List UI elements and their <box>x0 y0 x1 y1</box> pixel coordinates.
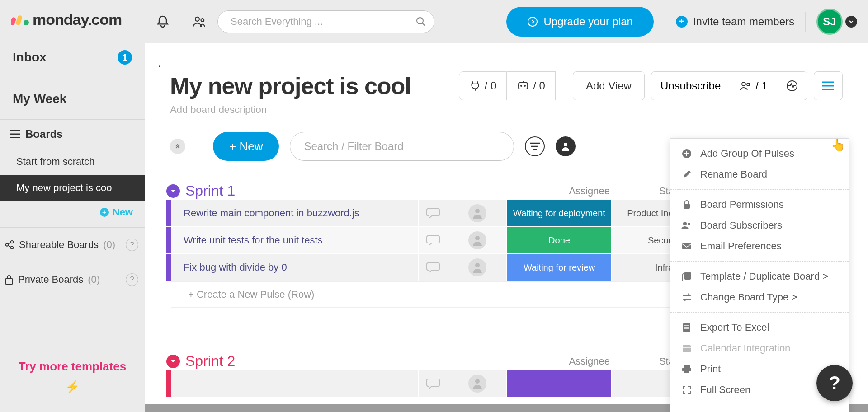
activity-button[interactable] <box>777 72 807 100</box>
col-assignee[interactable]: Assignee <box>560 185 619 197</box>
upgrade-button[interactable]: Upgrade your plan <box>506 7 653 37</box>
svg-rect-26 <box>682 243 691 249</box>
assignee-cell[interactable] <box>448 254 507 281</box>
sheet-icon <box>681 322 692 333</box>
add-view-button[interactable]: Add View <box>573 71 645 100</box>
plus-icon: + <box>676 16 688 28</box>
assignee-cell[interactable] <box>448 370 507 397</box>
status-cell[interactable]: Done <box>507 227 612 253</box>
chat-icon[interactable] <box>419 370 448 397</box>
calendar-icon <box>681 343 692 354</box>
boards-header[interactable]: Boards <box>0 120 145 149</box>
back-arrow-icon[interactable]: ← <box>156 58 169 73</box>
people-icon <box>681 220 692 231</box>
board-description[interactable]: Add board description <box>170 104 843 116</box>
nav-myweek[interactable]: My Week <box>0 78 145 120</box>
group-title[interactable]: Sprint 2 <box>185 353 235 370</box>
pulse-name[interactable]: Rewrite main component in buzzword.js <box>171 200 419 226</box>
people-icon <box>739 81 752 91</box>
svg-point-15 <box>747 83 750 86</box>
board-item-active[interactable]: My new project is cool <box>0 175 145 201</box>
shareable-label: Shareable Boards <box>19 239 99 251</box>
new-pulse-button[interactable]: + New <box>213 132 279 161</box>
private-label: Private Boards <box>18 274 83 286</box>
bell-icon[interactable] <box>156 14 170 29</box>
help-icon[interactable]: ? <box>126 239 138 251</box>
svg-point-3 <box>6 243 9 246</box>
search-input[interactable] <box>217 10 434 33</box>
try-templates-button[interactable]: Try more templates <box>19 360 126 374</box>
svg-point-4 <box>11 241 14 243</box>
group-collapse-toggle[interactable] <box>166 355 180 368</box>
plug-counter[interactable]: / 0 <box>459 71 507 100</box>
invite-button[interactable]: + Invite team members <box>676 15 794 28</box>
svg-point-14 <box>742 82 745 86</box>
status-cell[interactable] <box>507 370 612 397</box>
assignee-cell[interactable] <box>448 200 507 226</box>
status-cell[interactable]: Waiting for review <box>507 254 612 281</box>
svg-point-7 <box>195 17 199 21</box>
person-icon <box>561 142 570 151</box>
svg-point-21 <box>475 379 480 384</box>
menu-item[interactable]: Add Group Of Pulses <box>670 143 849 164</box>
svg-point-9 <box>417 18 423 24</box>
chevron-down-icon <box>845 16 857 28</box>
person-filter-button[interactable] <box>556 136 576 156</box>
svg-point-19 <box>475 236 480 240</box>
unsubscribe-button[interactable]: Unsubscribe <box>651 72 730 100</box>
chat-icon[interactable] <box>419 254 448 281</box>
topbar: Upgrade your plan + Invite team members … <box>145 0 868 43</box>
menu-item[interactable]: Email Preferences <box>670 236 849 257</box>
pulse-name[interactable] <box>171 370 419 397</box>
board-list: Start from scratch My new project is coo… <box>0 149 145 201</box>
new-board-button[interactable]: + New <box>0 201 145 227</box>
nav-inbox[interactable]: Inbox 1 <box>0 37 145 78</box>
svg-rect-11 <box>519 83 528 89</box>
pulse-name[interactable]: Write unit tests for the unit tests <box>171 227 419 253</box>
filter-input[interactable] <box>290 132 514 161</box>
arrow-circle-icon <box>527 16 538 27</box>
subscribe-box: Unsubscribe / 1 <box>651 71 807 100</box>
avatar-menu[interactable]: SJ <box>816 9 857 35</box>
svg-rect-0 <box>11 16 17 25</box>
help-bubble[interactable]: ? <box>816 365 853 401</box>
robot-counter[interactable]: / 0 <box>507 71 556 100</box>
chat-icon[interactable] <box>419 227 448 253</box>
board-title[interactable]: My new project is cool <box>170 72 411 99</box>
col-assignee[interactable]: Assignee <box>560 356 619 367</box>
menu-item[interactable]: Change Board Type > <box>670 287 849 308</box>
copy-icon <box>681 271 692 282</box>
search-icon <box>415 16 426 27</box>
status-cell[interactable]: Waiting for deployment <box>507 200 612 226</box>
private-boards[interactable]: Private Boards (0) ? <box>0 262 145 297</box>
inbox-badge: 1 <box>118 50 132 65</box>
svg-rect-6 <box>5 279 13 284</box>
collapse-button[interactable] <box>170 139 185 154</box>
hamburger-icon <box>822 81 834 90</box>
people-icon[interactable] <box>192 14 207 29</box>
svg-point-17 <box>564 143 567 146</box>
menu-item[interactable]: Archived Pulses / Groups <box>670 410 849 412</box>
shareable-boards[interactable]: Shareable Boards (0) ? <box>0 227 145 262</box>
help-icon[interactable]: ? <box>126 273 138 286</box>
menu-item[interactable]: Board Subscribers <box>670 215 849 236</box>
group-title[interactable]: Sprint 1 <box>185 183 235 199</box>
menu-item[interactable]: Export To Excel <box>670 317 849 338</box>
assignee-cell[interactable] <box>448 227 507 253</box>
board-menu-button[interactable] <box>814 71 843 100</box>
menu-item[interactable]: Calendar Integration <box>670 338 849 359</box>
group-collapse-toggle[interactable] <box>166 184 180 198</box>
pulse-name[interactable]: Fix bug with divide by 0 <box>171 254 419 281</box>
menu-item[interactable]: Rename Board <box>670 164 849 185</box>
expand-icon <box>681 384 692 395</box>
members-count[interactable]: / 1 <box>730 72 777 100</box>
chat-icon[interactable] <box>419 200 448 226</box>
search-wrap <box>217 10 434 33</box>
filter-button[interactable] <box>525 136 545 156</box>
menu-item[interactable]: Board Permissions <box>670 194 849 215</box>
svg-rect-29 <box>683 323 690 332</box>
menu-item[interactable]: Template / Duplicate Board > <box>670 266 849 287</box>
bolt-icon[interactable]: ⚡ <box>0 380 145 394</box>
logo[interactable]: monday.com <box>0 0 145 37</box>
board-item[interactable]: Start from scratch <box>0 149 145 175</box>
